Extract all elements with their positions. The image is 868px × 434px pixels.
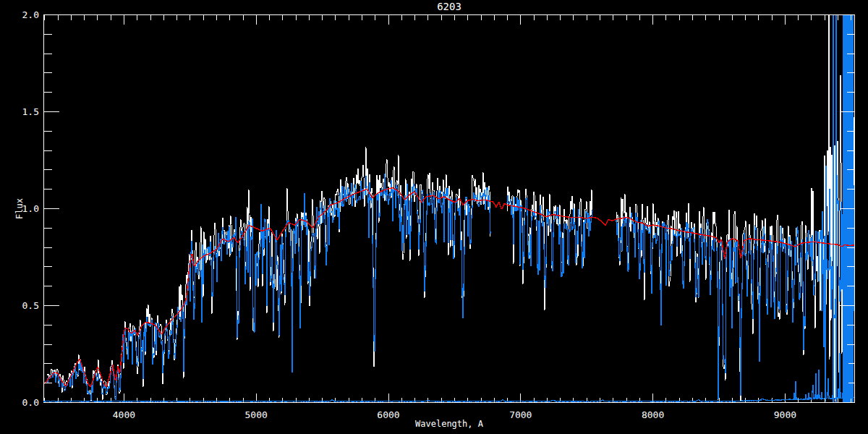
x-tick-label: 7000 [509,409,532,420]
x-tick-label: 8000 [642,409,664,420]
x-tick-label: 9000 [774,409,796,420]
y-tick-label: 1.0 [22,203,39,214]
spectrum-plot: 4000500060007000800090000.00.51.01.52.0 … [0,0,868,434]
x-axis-label: Wavelength, A [415,419,484,429]
spectrum-canvas: 4000500060007000800090000.00.51.01.52.0 … [0,0,868,434]
x-tick-label: 6000 [377,409,399,420]
y-tick-label: 0.0 [22,397,39,408]
y-tick-label: 0.5 [22,300,39,311]
y-tick-label: 2.0 [22,9,39,20]
x-tick-label: 5000 [245,409,268,420]
plot-background [0,0,868,434]
x-tick-label: 4000 [113,409,135,420]
y-axis-label: Flux [14,198,25,219]
y-tick-label: 1.5 [22,106,39,117]
chart-title: 6203 [437,1,461,12]
